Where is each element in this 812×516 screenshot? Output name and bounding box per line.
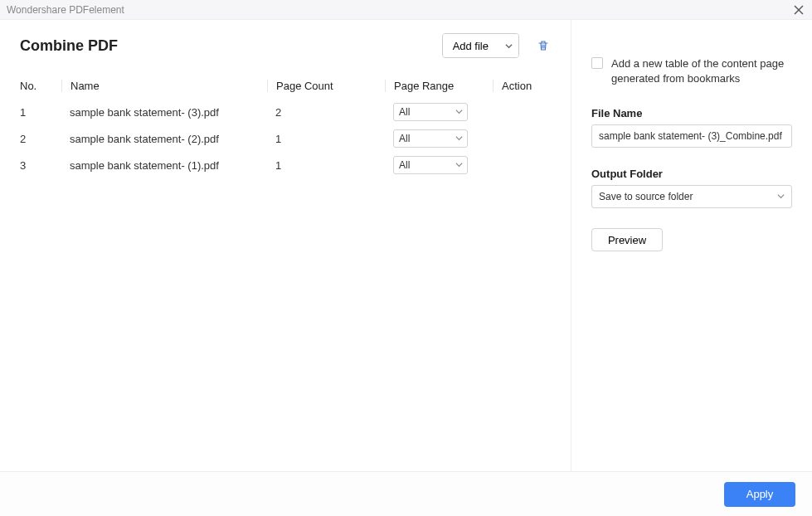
output-folder-select[interactable]: Save to source folder bbox=[591, 185, 792, 208]
chevron-down-icon bbox=[455, 106, 463, 118]
col-name-header: Name bbox=[61, 80, 267, 92]
chevron-down-icon bbox=[777, 191, 785, 202]
titlebar: Wondershare PDFelement bbox=[0, 0, 812, 20]
row-no: 3 bbox=[20, 159, 61, 172]
main-panel: Combine PDF Add file No. Name Page Count… bbox=[0, 20, 571, 471]
page-range-select[interactable]: All bbox=[393, 103, 468, 121]
side-panel: Add a new table of the content page gene… bbox=[571, 20, 812, 471]
table-row: 2 sample bank statement- (2).pdf 1 All bbox=[20, 125, 551, 152]
chevron-down-icon bbox=[455, 133, 463, 144]
add-file-button-group: Add file bbox=[442, 33, 519, 58]
trash-icon[interactable] bbox=[536, 38, 551, 53]
col-range-header: Page Range bbox=[385, 80, 493, 92]
page-title: Combine PDF bbox=[20, 37, 442, 55]
table-row: 1 sample bank statement- (3).pdf 2 All bbox=[20, 99, 551, 125]
add-file-button[interactable]: Add file bbox=[443, 34, 498, 57]
output-folder-label: Output Folder bbox=[591, 168, 792, 180]
row-name: sample bank statement- (2).pdf bbox=[61, 133, 267, 145]
page-range-value: All bbox=[399, 159, 410, 171]
page-range-select[interactable]: All bbox=[393, 129, 468, 148]
file-name-label: File Name bbox=[591, 107, 792, 119]
toc-checkbox-label: Add a new table of the content page gene… bbox=[611, 56, 792, 85]
page-range-select[interactable]: All bbox=[393, 156, 468, 174]
add-file-dropdown[interactable] bbox=[498, 34, 518, 57]
apply-button[interactable]: Apply bbox=[724, 482, 795, 507]
window-title: Wondershare PDFelement bbox=[7, 4, 792, 16]
close-icon[interactable] bbox=[792, 3, 805, 17]
output-folder-value: Save to source folder bbox=[599, 191, 693, 202]
page-range-value: All bbox=[399, 133, 410, 144]
page-range-value: All bbox=[399, 106, 410, 118]
table-row: 3 sample bank statement- (1).pdf 1 All bbox=[20, 152, 551, 178]
row-name: sample bank statement- (1).pdf bbox=[61, 159, 267, 172]
toc-checkbox[interactable] bbox=[591, 57, 603, 69]
table-header: No. Name Page Count Page Range Action bbox=[20, 73, 551, 99]
row-count: 2 bbox=[267, 106, 385, 119]
row-no: 2 bbox=[20, 133, 61, 145]
file-name-field[interactable] bbox=[591, 124, 792, 148]
col-no-header: No. bbox=[20, 80, 61, 92]
col-action-header: Action bbox=[493, 80, 551, 92]
row-count: 1 bbox=[267, 159, 385, 172]
row-count: 1 bbox=[267, 133, 385, 145]
preview-button[interactable]: Preview bbox=[591, 228, 663, 251]
file-list: 1 sample bank statement- (3).pdf 2 All 2… bbox=[20, 99, 551, 178]
col-count-header: Page Count bbox=[267, 80, 385, 92]
row-no: 1 bbox=[20, 106, 61, 119]
chevron-down-icon bbox=[455, 159, 463, 171]
footer: Apply bbox=[0, 471, 812, 516]
row-name: sample bank statement- (3).pdf bbox=[61, 106, 267, 119]
chevron-down-icon bbox=[505, 42, 513, 50]
